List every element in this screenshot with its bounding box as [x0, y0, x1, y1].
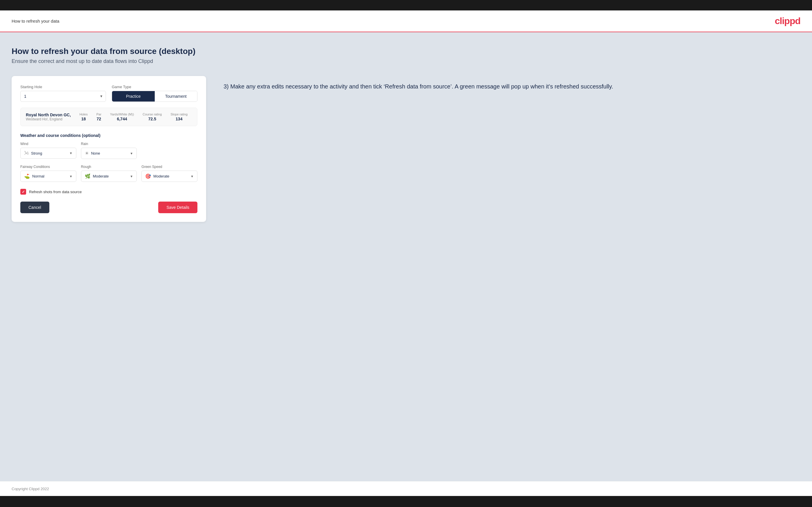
holes-label: Holes — [80, 113, 88, 116]
slope-rating-stat: Slope rating 134 — [170, 113, 188, 121]
cancel-button[interactable]: Cancel — [20, 202, 49, 213]
starting-hole-select[interactable]: 1 — [20, 91, 106, 102]
green-speed-value: Moderate — [153, 174, 188, 178]
wind-chevron: ▼ — [69, 152, 72, 155]
form-actions: Cancel Save Details — [20, 202, 197, 213]
slope-rating-value: 134 — [175, 117, 182, 121]
fairway-value: Normal — [32, 174, 67, 178]
rain-icon: ☀ — [85, 151, 89, 156]
rain-select[interactable]: ☀ None ▼ — [81, 148, 137, 159]
green-speed-icon: 🎯 — [145, 173, 151, 179]
holes-value: 18 — [81, 117, 86, 121]
copyright: Copyright Clippd 2022 — [12, 487, 49, 491]
breadcrumb: How to refresh your data — [12, 18, 59, 23]
yards-value: 6,744 — [117, 117, 127, 121]
rain-spacer — [141, 142, 197, 159]
fairway-chevron: ▼ — [69, 175, 72, 178]
rain-value: None — [91, 151, 128, 156]
rough-select[interactable]: 🌿 Moderate ▼ — [81, 171, 137, 182]
starting-hole-select-wrapper: 1 ▼ — [20, 91, 106, 102]
conditions-bottom-row: Fairway Conditions ⛳ Normal ▼ Rough 🌿 Mo… — [20, 165, 197, 182]
page-title: How to refresh your data from source (de… — [12, 47, 800, 56]
fairway-icon: ⛳ — [24, 173, 30, 179]
wind-group: Wind 🌬 Strong ▼ — [20, 142, 77, 159]
save-button[interactable]: Save Details — [158, 202, 197, 213]
course-location: Westward Ho!, England — [26, 117, 71, 121]
course-rating-value: 72.5 — [148, 117, 156, 121]
form-card: Starting Hole 1 ▼ Game Type Practice Tou… — [12, 76, 206, 222]
rain-label: Rain — [81, 142, 137, 146]
weather-section-title: Weather and course conditions (optional) — [20, 133, 197, 138]
wind-icon: 🌬 — [24, 151, 29, 156]
rain-chevron: ▼ — [130, 152, 133, 155]
yards-stat: Yards/White (M)) 6,744 — [110, 113, 134, 121]
slope-rating-label: Slope rating — [170, 113, 188, 116]
course-name: Royal North Devon GC, — [26, 113, 71, 117]
fairway-label: Fairway Conditions — [20, 165, 77, 169]
fairway-select[interactable]: ⛳ Normal ▼ — [20, 171, 77, 182]
green-speed-group: Green Speed 🎯 Moderate ▼ — [141, 165, 197, 182]
yards-label: Yards/White (M)) — [110, 113, 134, 116]
par-value: 72 — [97, 117, 101, 121]
green-speed-select[interactable]: 🎯 Moderate ▼ — [141, 171, 197, 182]
starting-hole-group: Starting Hole 1 ▼ — [20, 85, 106, 102]
rough-value: Moderate — [93, 174, 128, 178]
rough-chevron: ▼ — [130, 175, 133, 178]
page-subtitle: Ensure the correct and most up to date d… — [12, 58, 800, 64]
fairway-group: Fairway Conditions ⛳ Normal ▼ — [20, 165, 77, 182]
rough-label: Rough — [81, 165, 137, 169]
refresh-checkbox[interactable]: ✓ — [20, 189, 26, 194]
green-speed-label: Green Speed — [141, 165, 197, 169]
wind-value: Strong — [31, 151, 67, 156]
description-text: 3) Make any extra edits necessary to the… — [223, 82, 800, 91]
par-label: Par — [96, 113, 101, 116]
footer: Copyright Clippd 2022 — [0, 481, 812, 496]
header: How to refresh your data clippd — [0, 10, 812, 32]
checkmark-icon: ✓ — [22, 190, 25, 194]
starting-hole-row: Starting Hole 1 ▼ Game Type Practice Tou… — [20, 85, 197, 102]
logo: clippd — [775, 16, 800, 26]
game-type-label: Game Type — [112, 85, 197, 89]
rough-group: Rough 🌿 Moderate ▼ — [81, 165, 137, 182]
game-type-group: Game Type Practice Tournament — [112, 85, 197, 102]
wind-label: Wind — [20, 142, 77, 146]
starting-hole-label: Starting Hole — [20, 85, 106, 89]
tournament-button[interactable]: Tournament — [155, 91, 197, 102]
rain-group: Rain ☀ None ▼ — [81, 142, 137, 159]
par-stat: Par 72 — [96, 113, 101, 121]
description-area: 3) Make any extra edits necessary to the… — [223, 76, 800, 91]
content-area: Starting Hole 1 ▼ Game Type Practice Tou… — [12, 76, 800, 222]
rough-icon: 🌿 — [85, 173, 91, 179]
course-row: Royal North Devon GC, Westward Ho!, Engl… — [20, 108, 197, 126]
conditions-top-row: Wind 🌬 Strong ▼ Rain ☀ None ▼ — [20, 142, 197, 159]
practice-button[interactable]: Practice — [112, 91, 155, 102]
course-info: Royal North Devon GC, Westward Ho!, Engl… — [26, 113, 71, 121]
refresh-checkbox-row[interactable]: ✓ Refresh shots from data source — [20, 189, 197, 194]
wind-select[interactable]: 🌬 Strong ▼ — [20, 148, 77, 159]
course-rating-label: Course rating — [143, 113, 162, 116]
green-speed-chevron: ▼ — [191, 175, 194, 178]
holes-stat: Holes 18 — [80, 113, 88, 121]
main-content: How to refresh your data from source (de… — [0, 32, 812, 481]
course-rating-stat: Course rating 72.5 — [143, 113, 162, 121]
refresh-checkbox-label: Refresh shots from data source — [29, 190, 82, 194]
game-type-buttons: Practice Tournament — [112, 91, 197, 102]
top-bar — [0, 0, 812, 10]
